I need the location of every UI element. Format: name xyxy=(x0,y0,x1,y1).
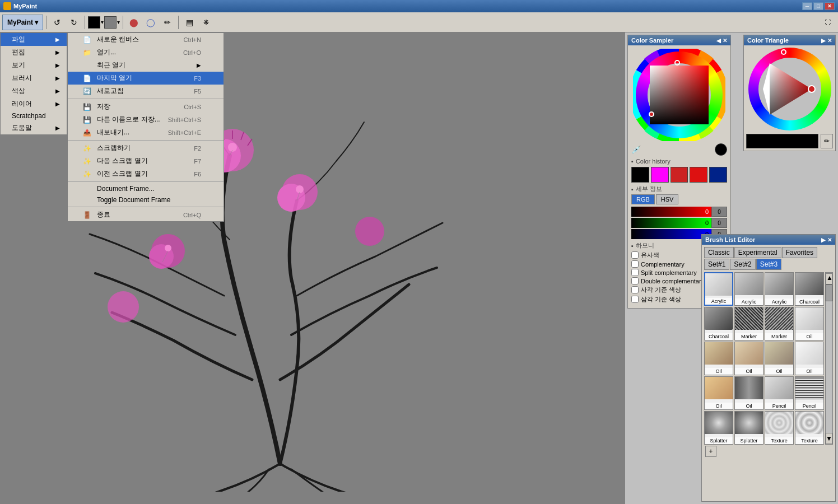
redo-button[interactable]: ↻ xyxy=(66,15,82,30)
tab-favorites[interactable]: Favorites xyxy=(782,247,817,258)
close-button[interactable]: ✕ xyxy=(825,2,835,10)
brush-item-20[interactable]: Texture xyxy=(795,411,824,445)
brush-item-17[interactable]: Splatter xyxy=(704,411,733,445)
submenu-recent-open[interactable]: 최근 열기 ▶ xyxy=(68,59,224,72)
brush-item-6[interactable]: Marker xyxy=(734,307,763,340)
triangle-current-color[interactable] xyxy=(746,134,818,148)
triangle-base-checkbox[interactable] xyxy=(631,296,639,303)
tab-rgb[interactable]: RGB xyxy=(631,194,655,204)
color-triangle-svg[interactable] xyxy=(758,58,821,120)
menu-item-layer[interactable]: 레이어 ▶ xyxy=(1,97,67,110)
triangle-hue-marker[interactable] xyxy=(781,49,786,55)
tab-set2[interactable]: Set#2 xyxy=(730,259,755,270)
submenu-export[interactable]: 📤 내보내기... Shift+Ctrl+E xyxy=(68,126,224,139)
green-input[interactable]: 0 xyxy=(711,218,727,228)
rect-base-checkbox[interactable] xyxy=(631,286,639,293)
settings-btn[interactable]: ❋ xyxy=(198,15,214,30)
scrollbar-up-btn[interactable]: ▲ xyxy=(826,273,832,284)
brush-item-4[interactable]: Charcoal xyxy=(795,272,824,306)
scrollbar-down-btn[interactable]: ▼ xyxy=(826,433,832,444)
color-picker-square[interactable] xyxy=(650,66,709,124)
color-triangle-close[interactable]: ✕ xyxy=(827,38,832,44)
color-triangle-wheel-container[interactable] xyxy=(748,48,831,130)
canvas-area[interactable]: 파일 ▶ 편집 ▶ 보기 ▶ 브러시 ▶ 색상 ▶ xyxy=(0,32,625,504)
brush-item-3[interactable]: Acrylic xyxy=(765,272,794,306)
brush-list-close[interactable]: ✕ xyxy=(827,237,832,243)
submenu-refresh[interactable]: 🔄 새로고침 F5 xyxy=(68,85,224,97)
menu-item-color[interactable]: 색상 ▶ xyxy=(1,85,67,97)
submenu-scrap[interactable]: ✨ 스크랩하기 F2 xyxy=(68,142,224,155)
submenu-toggle-frame[interactable]: Toggle Document Frame xyxy=(68,194,224,206)
menu-item-help[interactable]: 도움말 ▶ xyxy=(1,122,67,134)
brush-item-12[interactable]: Oil xyxy=(795,342,824,375)
layer-btn[interactable]: ▤ xyxy=(181,15,197,30)
submenu-new-canvas[interactable]: 📄 새로운 캔버스 Ctrl+N xyxy=(68,33,224,46)
red-slider[interactable]: 0 xyxy=(631,207,711,217)
current-color-dot[interactable] xyxy=(715,143,727,156)
color-triangle-arrow[interactable]: ▶ xyxy=(821,38,826,44)
tab-set3[interactable]: Set#3 xyxy=(756,259,781,270)
submenu-save-as[interactable]: 💾 다른 이름으로 저장... Shift+Ctrl+S xyxy=(68,113,224,126)
brush-item-15[interactable]: Pencil xyxy=(765,376,794,410)
add-brush-button[interactable]: + xyxy=(705,446,716,457)
green-slider[interactable]: 0 xyxy=(631,218,711,228)
history-color-1[interactable] xyxy=(631,167,649,183)
submenu-open[interactable]: 📁 열기... Ctrl+O xyxy=(68,46,224,59)
double-comp-checkbox[interactable] xyxy=(631,277,639,284)
brush-list-arrow[interactable]: ▶ xyxy=(821,237,826,243)
brush-item-13[interactable]: Oil xyxy=(704,376,733,410)
color-wheel-container[interactable] xyxy=(633,49,725,141)
red-input[interactable]: 0 xyxy=(711,207,727,217)
minimize-button[interactable]: ─ xyxy=(802,2,812,10)
submenu-prev-scrap[interactable]: ✨ 이전 스크랩 열기 F6 xyxy=(68,167,224,180)
brush-item-10[interactable]: Oil xyxy=(734,342,763,375)
foreground-color[interactable] xyxy=(88,16,100,29)
triangle-dropper-btn[interactable]: ✏ xyxy=(821,134,833,148)
brush-item-5[interactable]: Charcoal xyxy=(704,307,733,340)
brush-tool-btn[interactable]: ⬤ xyxy=(126,15,142,30)
history-color-2[interactable] xyxy=(651,167,669,183)
similar-checkbox[interactable] xyxy=(631,251,639,259)
history-color-3[interactable] xyxy=(671,167,688,183)
submenu-doc-frame[interactable]: Document Frame... xyxy=(68,183,224,194)
submenu-save[interactable]: 💾 저장 Ctrl+S xyxy=(68,100,224,113)
scrollbar-thumb-brush[interactable] xyxy=(826,284,832,301)
menu-item-brush[interactable]: 브러시 ▶ xyxy=(1,72,67,85)
brush-item-1[interactable]: Acrylic xyxy=(704,272,733,306)
brush-scrollbar[interactable]: ▲ ▼ xyxy=(825,272,833,445)
split-comp-checkbox[interactable] xyxy=(631,269,639,276)
maximize-button[interactable]: □ xyxy=(813,2,823,10)
submenu-last-open[interactable]: 📄 마지막 열기 F3 xyxy=(68,72,224,85)
brush-item-9[interactable]: Oil xyxy=(704,342,733,375)
brush-item-19[interactable]: Texture xyxy=(765,411,794,445)
color-ring-btn[interactable]: ◯ xyxy=(143,15,159,30)
hue-ring-marker[interactable] xyxy=(674,60,680,66)
color-sampler-scroll[interactable]: ◀ xyxy=(716,38,721,44)
menu-item-edit[interactable]: 편집 ▶ xyxy=(1,46,67,59)
menu-item-file[interactable]: 파일 ▶ xyxy=(1,33,67,46)
complementary-checkbox[interactable] xyxy=(631,260,639,268)
brush-item-16[interactable]: Pencil xyxy=(795,376,824,410)
brush-item-8[interactable]: Oil xyxy=(795,307,824,340)
mypaint-menu-button[interactable]: MyPaint ▾ xyxy=(2,15,43,30)
background-color[interactable] xyxy=(104,16,117,29)
submenu-quit[interactable]: 🚪 종료 Ctrl+Q xyxy=(68,208,224,221)
brush-item-14[interactable]: Oil xyxy=(734,376,763,410)
brush-item-18[interactable]: Splatter xyxy=(734,411,763,445)
menu-item-scratchpad[interactable]: Scratchpad xyxy=(1,110,67,122)
submenu-next-scrap[interactable]: ✨ 다음 스크랩 열기 F7 xyxy=(68,155,224,167)
brush-item-7[interactable]: Marker xyxy=(765,307,794,340)
undo-button[interactable]: ↺ xyxy=(49,15,65,30)
tab-classic[interactable]: Classic xyxy=(704,247,734,258)
tab-experimental[interactable]: Experimental xyxy=(734,247,781,258)
fullscreen-btn[interactable]: ⛶ xyxy=(820,15,836,30)
history-color-5[interactable] xyxy=(709,167,727,183)
brush-item-11[interactable]: Oil xyxy=(765,342,794,375)
tab-hsv[interactable]: HSV xyxy=(656,194,679,204)
brush-item-2[interactable]: Acrylic xyxy=(734,272,763,306)
edit-btn[interactable]: ✏ xyxy=(160,15,175,30)
tab-set1[interactable]: Set#1 xyxy=(704,259,729,270)
color-sampler-close[interactable]: ✕ xyxy=(723,38,727,44)
color-picker-marker[interactable] xyxy=(649,111,654,117)
history-color-4[interactable] xyxy=(690,167,707,183)
